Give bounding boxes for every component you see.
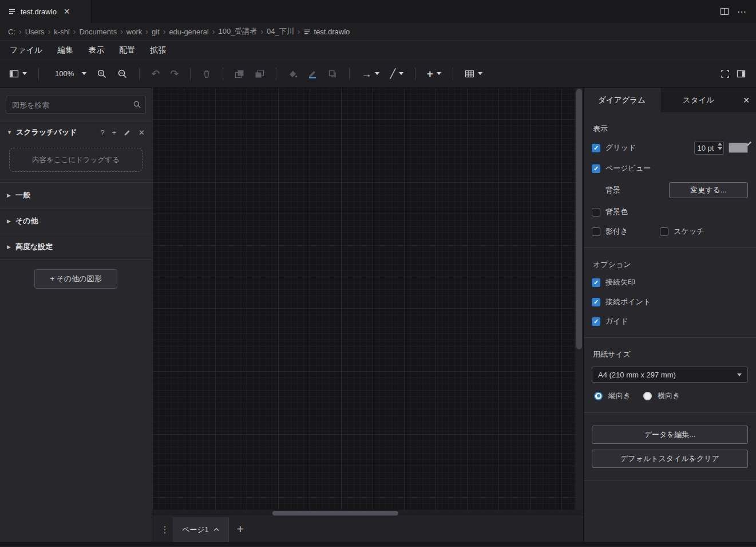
menu-file[interactable]: ファイル — [3, 42, 49, 58]
redo-button[interactable]: ↷ — [167, 66, 182, 81]
portrait-radio[interactable] — [594, 392, 603, 400]
tab-test-drawio[interactable]: test.drawio ✕ — [0, 0, 92, 23]
drawio-toolbar: 100% ↶ ↷ → ╱ + — [0, 60, 756, 88]
to-front-button[interactable] — [231, 66, 248, 81]
scratchpad-edit-icon[interactable] — [124, 129, 131, 136]
more-actions-icon[interactable]: ⋯ — [737, 6, 747, 17]
guides-checkbox[interactable]: ✓ — [592, 317, 600, 326]
breadcrumb-item[interactable]: Users — [25, 27, 45, 36]
grid-color-swatch[interactable] — [729, 143, 748, 153]
connection-arrow-style-button[interactable]: → — [358, 66, 383, 81]
delete-button[interactable] — [199, 66, 215, 81]
clear-default-style-button[interactable]: デフォルトスタイルをクリア — [592, 450, 748, 468]
shape-search-input[interactable] — [6, 96, 146, 114]
connection-points-row: ✓ 接続ポイント — [592, 296, 748, 308]
connection-arrows-checkbox[interactable]: ✓ — [592, 278, 600, 287]
breadcrumb-item[interactable]: work — [126, 27, 142, 36]
horizontal-scrollbar[interactable] — [152, 510, 583, 517]
to-back-button[interactable] — [251, 66, 268, 81]
edit-data-button[interactable]: データを編集... — [592, 426, 748, 444]
more-shapes-button[interactable]: + その他の図形 — [34, 269, 117, 289]
sidebar-section-general[interactable]: ▶ 一般 — [0, 182, 152, 208]
shadow-checkbox[interactable] — [592, 227, 600, 236]
sketch-checkbox[interactable] — [660, 227, 668, 236]
tab-close-icon[interactable]: ✕ — [61, 6, 73, 17]
pages-menu-icon[interactable]: ⋮ — [157, 517, 173, 542]
connection-points-checkbox[interactable]: ✓ — [592, 298, 600, 306]
change-background-button[interactable]: 変更する... — [669, 182, 748, 198]
breadcrumb-item[interactable]: 100_受講者 — [218, 26, 257, 37]
vertical-scrollbar-thumb[interactable] — [576, 89, 582, 349]
format-panel-toggle-icon[interactable] — [737, 69, 746, 78]
window-bottom-strip — [0, 542, 756, 546]
format-panel: ダイアグラム スタイル ✕ 表示 ✓ グリッド 10 pt — [583, 88, 756, 542]
breadcrumb-item[interactable]: 04_下川 — [267, 26, 294, 37]
breadcrumb-item[interactable]: git — [152, 27, 160, 36]
insert-button[interactable]: + — [423, 66, 445, 81]
diagonal-line-icon: ╱ — [390, 69, 395, 78]
sidebar-section-misc[interactable]: ▶ その他 — [0, 208, 152, 234]
add-page-button[interactable]: + — [229, 517, 252, 542]
grid-size-decrement[interactable] — [718, 147, 722, 150]
drawio-menubar: ファイル 編集 表示 配置 拡張 — [0, 40, 756, 60]
drawio-file-icon — [8, 7, 16, 15]
paper-size-select[interactable]: A4 (210 mm x 297 mm) — [592, 367, 748, 383]
grid-size-input[interactable]: 10 pt — [694, 141, 724, 155]
arrow-right-icon: → — [361, 69, 371, 78]
fullscreen-icon[interactable] — [721, 69, 730, 78]
sidebar-section-advanced[interactable]: ▶ 高度な設定 — [0, 234, 152, 259]
page-view-row: ✓ ページビュー — [592, 163, 748, 174]
breadcrumb-current-file[interactable]: test.drawio — [303, 27, 350, 36]
canvas-area: ⋮ ページ1 + — [152, 88, 583, 542]
scratchpad-add-icon[interactable]: + — [112, 128, 117, 137]
landscape-radio[interactable] — [643, 392, 652, 400]
editor-tab-bar: test.drawio ✕ ⋯ — [0, 0, 756, 23]
breadcrumb-item[interactable]: edu-general — [169, 27, 208, 36]
menu-edit[interactable]: 編集 — [51, 42, 80, 58]
vertical-scrollbar[interactable] — [575, 88, 583, 510]
format-panel-close-icon[interactable]: ✕ — [737, 88, 756, 112]
grid-color-edit-icon[interactable] — [746, 140, 753, 147]
menu-arrange[interactable]: 配置 — [113, 42, 141, 58]
horizontal-scrollbar-thumb[interactable] — [272, 511, 398, 515]
waypoint-style-button[interactable]: ╱ — [386, 66, 407, 81]
scratchpad-title: スクラッチパッド — [16, 127, 77, 137]
chevron-collapsed-icon: ▶ — [7, 244, 11, 250]
chevron-down-icon — [437, 72, 441, 75]
table-button[interactable] — [461, 66, 486, 81]
page-bar: ⋮ ページ1 + — [152, 517, 583, 542]
line-color-button[interactable] — [304, 66, 321, 81]
menu-extras[interactable]: 拡張 — [144, 42, 172, 58]
background-label: 背景 — [605, 185, 620, 195]
grid-size-increment[interactable] — [718, 143, 722, 145]
page-tab-1[interactable]: ページ1 — [173, 517, 229, 542]
menu-view[interactable]: 表示 — [82, 42, 110, 58]
undo-button[interactable]: ↶ — [148, 66, 163, 81]
shapes-sidebar: ▼ スクラッチパッド ? + ✕ 内容をここにドラッグする ▶ 一般 ▶ その他… — [0, 88, 152, 542]
shadow-sketch-row: 影付き スケッチ — [592, 226, 748, 237]
connection-arrows-row: ✓ 接続矢印 — [592, 277, 748, 288]
view-panels-button[interactable] — [6, 66, 30, 81]
scratchpad-drop-zone[interactable]: 内容をここにドラッグする — [9, 148, 143, 172]
chevron-down-icon — [22, 72, 27, 75]
chevron-down-icon — [737, 373, 742, 376]
fill-color-button[interactable] — [284, 66, 301, 81]
zoom-in-button[interactable] — [93, 66, 110, 82]
split-editor-icon[interactable] — [720, 7, 729, 16]
zoom-out-button[interactable] — [114, 66, 131, 82]
scratchpad-help-icon[interactable]: ? — [100, 128, 104, 137]
page-view-checkbox[interactable]: ✓ — [592, 164, 600, 173]
breadcrumb-item[interactable]: k-shi — [54, 27, 69, 36]
zoom-level-dropdown[interactable]: 100% — [47, 64, 90, 84]
breadcrumb-item[interactable]: C: — [8, 27, 15, 36]
grid-checkbox[interactable]: ✓ — [592, 144, 600, 152]
chevron-down-icon — [399, 72, 403, 75]
breadcrumb-item[interactable]: Documents — [79, 27, 117, 36]
tab-style[interactable]: スタイル — [660, 88, 737, 112]
background-color-checkbox[interactable] — [592, 208, 600, 217]
scratchpad-section-header[interactable]: ▼ スクラッチパッド ? + ✕ — [0, 121, 152, 143]
diagram-canvas[interactable] — [152, 88, 575, 510]
shadow-button[interactable] — [324, 66, 341, 81]
scratchpad-close-icon[interactable]: ✕ — [138, 128, 145, 137]
tab-diagram[interactable]: ダイアグラム — [584, 88, 660, 112]
